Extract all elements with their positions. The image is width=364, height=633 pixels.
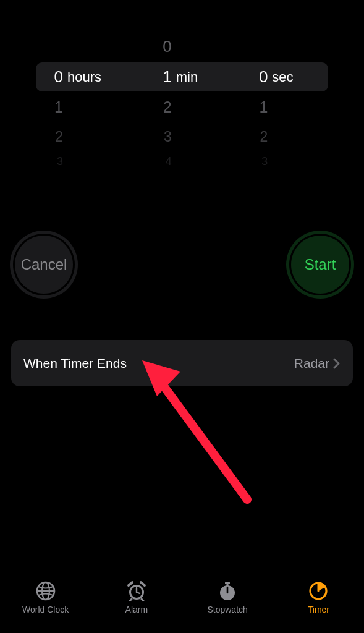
svg-line-9 [130, 599, 132, 601]
when-timer-ends-label: When Timer Ends [23, 356, 294, 371]
when-timer-ends-value: Radar [294, 356, 329, 371]
tab-stopwatch[interactable]: Stopwatch [182, 580, 273, 614]
picker-minutes-option: 4 [133, 147, 231, 176]
tab-world-clock[interactable]: World Clock [0, 580, 91, 614]
tab-label: World Clock [22, 605, 69, 614]
tab-timer[interactable]: Timer [273, 580, 364, 614]
picker-minutes-column[interactable]: 0 1 min 2 3 4 [133, 31, 231, 167]
alarm-clock-icon [125, 580, 148, 602]
tab-label: Stopwatch [207, 605, 247, 614]
cancel-button-label: Cancel [21, 256, 67, 273]
start-button[interactable]: Start [286, 231, 354, 299]
picker-seconds-option: 1 [231, 93, 328, 122]
picker-seconds-column[interactable]: 0 sec 1 2 3 [231, 31, 328, 167]
cancel-button[interactable]: Cancel [10, 231, 78, 299]
svg-rect-13 [227, 584, 229, 586]
picker-hours-option: 3 [36, 147, 133, 176]
picker-minutes-option: 2 [133, 93, 231, 122]
picker-hours-option: 1 [36, 93, 133, 122]
stopwatch-icon [218, 580, 237, 602]
svg-line-10 [142, 599, 143, 601]
picker-seconds-option: 3 [231, 147, 328, 176]
tab-bar: World Clock Alarm Stopwa [0, 575, 364, 633]
svg-line-0 [161, 382, 247, 499]
start-button-label: Start [305, 256, 336, 273]
picker-hours-selected: 0 hours [36, 62, 133, 91]
picker-hours-column[interactable]: 0 hours 1 2 3 [36, 31, 133, 167]
picker-seconds-selected: 0 sec [231, 62, 328, 91]
picker-minutes-option: 0 [133, 32, 231, 61]
timer-icon [308, 580, 329, 602]
chevron-right-icon [333, 358, 341, 369]
tab-label: Alarm [125, 605, 148, 614]
tab-alarm[interactable]: Alarm [91, 580, 182, 614]
globe-icon [35, 580, 56, 602]
tab-label: Timer [308, 605, 329, 614]
picker-minutes-selected: 1 min [133, 62, 231, 91]
when-timer-ends-row[interactable]: When Timer Ends Radar [11, 340, 353, 386]
duration-picker[interactable]: 0 hours 1 2 3 0 1 min 2 3 4 0 sec 1 2 [0, 31, 364, 167]
